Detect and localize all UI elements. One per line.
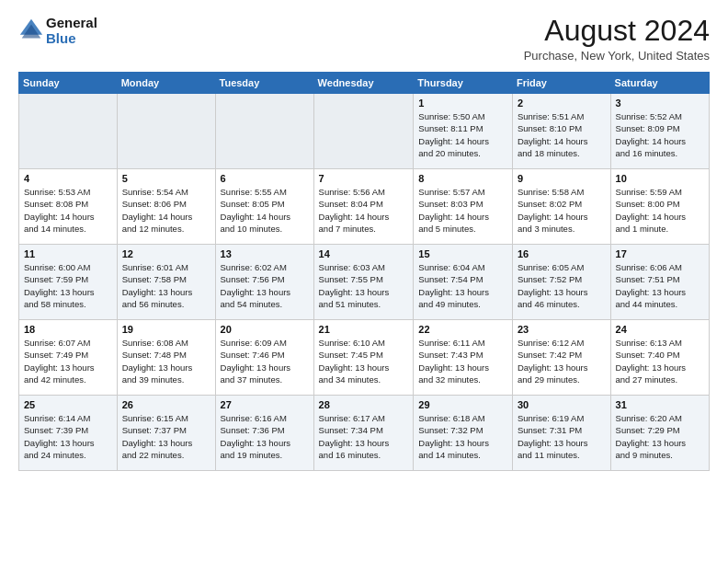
table-row: 30Sunrise: 6:19 AMSunset: 7:31 PMDayligh…: [512, 396, 610, 471]
table-row: 7Sunrise: 5:56 AMSunset: 8:04 PMDaylight…: [313, 169, 414, 245]
table-row: 31Sunrise: 6:20 AMSunset: 7:29 PMDayligh…: [610, 396, 709, 471]
day-number: 25: [24, 399, 112, 410]
day-number: 5: [122, 173, 210, 184]
day-info: Sunrise: 6:18 AMSunset: 7:32 PMDaylight:…: [418, 412, 507, 461]
weekday-header-row: Sunday Monday Tuesday Wednesday Thursday…: [19, 73, 710, 94]
day-info: Sunrise: 5:55 AMSunset: 8:05 PMDaylight:…: [221, 186, 309, 235]
table-row: 9Sunrise: 5:58 AMSunset: 8:02 PMDaylight…: [512, 169, 610, 245]
day-info: Sunrise: 6:04 AMSunset: 7:54 PMDaylight:…: [418, 261, 507, 310]
day-number: 4: [24, 173, 112, 184]
day-number: 27: [221, 399, 309, 410]
day-info: Sunrise: 6:17 AMSunset: 7:34 PMDaylight:…: [319, 412, 409, 461]
table-row: 1Sunrise: 5:50 AMSunset: 8:11 PMDaylight…: [414, 94, 513, 169]
header-monday: Monday: [117, 73, 215, 94]
table-row: 25Sunrise: 6:14 AMSunset: 7:39 PMDayligh…: [19, 396, 118, 471]
table-row: 10Sunrise: 5:59 AMSunset: 8:00 PMDayligh…: [610, 169, 709, 245]
day-info: Sunrise: 5:59 AMSunset: 8:00 PMDaylight:…: [616, 186, 704, 235]
location: Purchase, New York, United States: [524, 49, 710, 63]
day-info: Sunrise: 5:58 AMSunset: 8:02 PMDaylight:…: [518, 186, 606, 235]
day-info: Sunrise: 6:07 AMSunset: 7:49 PMDaylight:…: [24, 337, 112, 385]
calendar-week-row: 1Sunrise: 5:50 AMSunset: 8:11 PMDaylight…: [19, 94, 710, 169]
table-row: 19Sunrise: 6:08 AMSunset: 7:48 PMDayligh…: [117, 320, 215, 396]
day-number: 17: [616, 248, 704, 259]
day-info: Sunrise: 5:53 AMSunset: 8:08 PMDaylight:…: [24, 186, 112, 235]
table-row: 20Sunrise: 6:09 AMSunset: 7:46 PMDayligh…: [215, 320, 313, 396]
header-friday: Friday: [512, 73, 610, 94]
day-info: Sunrise: 5:56 AMSunset: 8:04 PMDaylight:…: [319, 186, 409, 235]
day-info: Sunrise: 6:12 AMSunset: 7:42 PMDaylight:…: [518, 337, 606, 385]
table-row: 13Sunrise: 6:02 AMSunset: 7:56 PMDayligh…: [215, 245, 313, 320]
day-info: Sunrise: 6:14 AMSunset: 7:39 PMDaylight:…: [24, 412, 112, 461]
day-number: 19: [122, 324, 210, 335]
day-number: 10: [616, 173, 704, 184]
table-row: 3Sunrise: 5:52 AMSunset: 8:09 PMDaylight…: [610, 94, 709, 169]
day-info: Sunrise: 6:02 AMSunset: 7:56 PMDaylight:…: [221, 261, 309, 310]
day-info: Sunrise: 6:20 AMSunset: 7:29 PMDaylight:…: [616, 412, 704, 461]
day-number: 13: [221, 248, 309, 259]
table-row: 17Sunrise: 6:06 AMSunset: 7:51 PMDayligh…: [610, 245, 709, 320]
calendar-week-row: 18Sunrise: 6:07 AMSunset: 7:49 PMDayligh…: [19, 320, 710, 396]
title-block: August 2024 Purchase, New York, United S…: [524, 15, 710, 63]
day-info: Sunrise: 5:52 AMSunset: 8:09 PMDaylight:…: [616, 110, 704, 159]
header-sunday: Sunday: [19, 73, 118, 94]
header: General Blue August 2024 Purchase, New Y…: [18, 15, 710, 63]
table-row: 15Sunrise: 6:04 AMSunset: 7:54 PMDayligh…: [414, 245, 513, 320]
day-number: 21: [319, 324, 409, 335]
logo: General Blue: [18, 15, 97, 47]
table-row: 16Sunrise: 6:05 AMSunset: 7:52 PMDayligh…: [512, 245, 610, 320]
day-number: 2: [518, 98, 606, 109]
day-number: 18: [24, 324, 112, 335]
table-row: 27Sunrise: 6:16 AMSunset: 7:36 PMDayligh…: [215, 396, 313, 471]
calendar-week-row: 25Sunrise: 6:14 AMSunset: 7:39 PMDayligh…: [19, 396, 710, 471]
day-info: Sunrise: 5:57 AMSunset: 8:03 PMDaylight:…: [418, 186, 507, 235]
day-info: Sunrise: 6:08 AMSunset: 7:48 PMDaylight:…: [122, 337, 210, 385]
day-info: Sunrise: 5:51 AMSunset: 8:10 PMDaylight:…: [518, 110, 606, 159]
table-row: 4Sunrise: 5:53 AMSunset: 8:08 PMDaylight…: [19, 169, 118, 245]
day-number: 7: [319, 173, 409, 184]
page: General Blue August 2024 Purchase, New Y…: [0, 0, 728, 563]
header-wednesday: Wednesday: [313, 73, 414, 94]
day-info: Sunrise: 6:16 AMSunset: 7:36 PMDaylight:…: [221, 412, 309, 461]
table-row: 2Sunrise: 5:51 AMSunset: 8:10 PMDaylight…: [512, 94, 610, 169]
table-row: 22Sunrise: 6:11 AMSunset: 7:43 PMDayligh…: [414, 320, 513, 396]
table-row: 5Sunrise: 5:54 AMSunset: 8:06 PMDaylight…: [117, 169, 215, 245]
day-number: 12: [122, 248, 210, 259]
table-row: 29Sunrise: 6:18 AMSunset: 7:32 PMDayligh…: [414, 396, 513, 471]
day-info: Sunrise: 6:09 AMSunset: 7:46 PMDaylight:…: [221, 337, 309, 385]
day-info: Sunrise: 6:19 AMSunset: 7:31 PMDaylight:…: [518, 412, 606, 461]
table-row: 8Sunrise: 5:57 AMSunset: 8:03 PMDaylight…: [414, 169, 513, 245]
day-info: Sunrise: 6:03 AMSunset: 7:55 PMDaylight:…: [319, 261, 409, 310]
header-saturday: Saturday: [610, 73, 709, 94]
logo-text: General Blue: [46, 15, 97, 47]
table-row: [313, 94, 414, 169]
table-row: 12Sunrise: 6:01 AMSunset: 7:58 PMDayligh…: [117, 245, 215, 320]
day-info: Sunrise: 6:05 AMSunset: 7:52 PMDaylight:…: [518, 261, 606, 310]
day-number: 30: [518, 399, 606, 410]
logo-icon: [18, 17, 44, 43]
day-number: 24: [616, 324, 704, 335]
table-row: 23Sunrise: 6:12 AMSunset: 7:42 PMDayligh…: [512, 320, 610, 396]
day-number: 31: [616, 399, 704, 410]
day-info: Sunrise: 6:13 AMSunset: 7:40 PMDaylight:…: [616, 337, 704, 385]
day-number: 16: [518, 248, 606, 259]
month-title: August 2024: [524, 15, 710, 47]
day-number: 22: [418, 324, 507, 335]
day-info: Sunrise: 6:00 AMSunset: 7:59 PMDaylight:…: [24, 261, 112, 310]
table-row: 28Sunrise: 6:17 AMSunset: 7:34 PMDayligh…: [313, 396, 414, 471]
table-row: [19, 94, 118, 169]
day-number: 9: [518, 173, 606, 184]
table-row: [117, 94, 215, 169]
day-info: Sunrise: 6:10 AMSunset: 7:45 PMDaylight:…: [319, 337, 409, 385]
table-row: 18Sunrise: 6:07 AMSunset: 7:49 PMDayligh…: [19, 320, 118, 396]
day-number: 29: [418, 399, 507, 410]
day-info: Sunrise: 6:15 AMSunset: 7:37 PMDaylight:…: [122, 412, 210, 461]
day-number: 20: [221, 324, 309, 335]
day-number: 28: [319, 399, 409, 410]
calendar-table: Sunday Monday Tuesday Wednesday Thursday…: [18, 72, 710, 471]
day-info: Sunrise: 5:50 AMSunset: 8:11 PMDaylight:…: [418, 110, 507, 159]
day-info: Sunrise: 6:11 AMSunset: 7:43 PMDaylight:…: [418, 337, 507, 385]
table-row: 21Sunrise: 6:10 AMSunset: 7:45 PMDayligh…: [313, 320, 414, 396]
day-info: Sunrise: 6:01 AMSunset: 7:58 PMDaylight:…: [122, 261, 210, 310]
header-thursday: Thursday: [414, 73, 513, 94]
calendar-week-row: 4Sunrise: 5:53 AMSunset: 8:08 PMDaylight…: [19, 169, 710, 245]
